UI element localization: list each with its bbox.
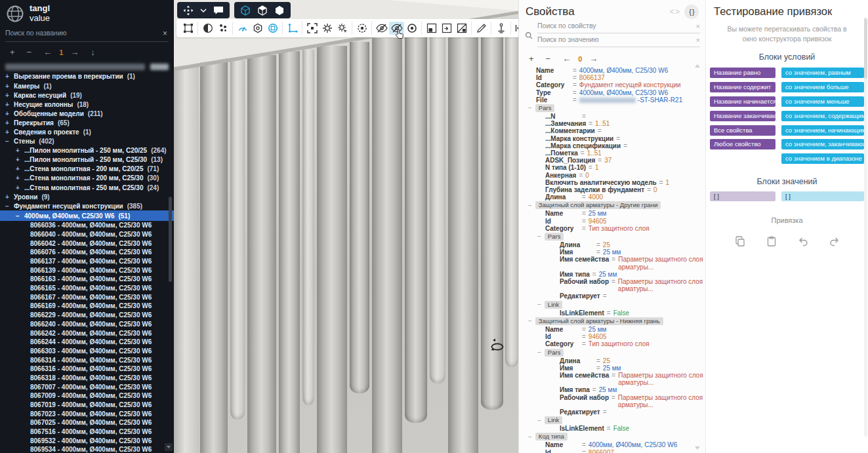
shaded-cube-icon[interactable]: [257, 5, 268, 16]
clear-tree-search-icon[interactable]: ×: [163, 29, 167, 38]
redo-icon[interactable]: [829, 236, 840, 246]
tree-item[interactable]: −4000мм, Ø400мм, C25/30 W6(51): [0, 210, 174, 221]
solid-cube-icon[interactable]: [274, 5, 285, 16]
tree-item[interactable]: +Вырезание проема в перекрытии(1): [0, 72, 174, 81]
property-group-header[interactable]: −Pars: [519, 104, 705, 112]
pile-cylinder[interactable]: [317, 46, 347, 453]
pile-cylinder[interactable]: [247, 55, 276, 453]
pile-cylinder[interactable]: [372, 38, 402, 453]
fit-view-icon[interactable]: [304, 22, 320, 35]
value-condition-block[interactable]: со значением, содержащим: [781, 111, 864, 121]
hex-nut-icon[interactable]: [250, 22, 265, 35]
hide-similar-icon[interactable]: [389, 22, 404, 35]
property-group-header[interactable]: −Link: [519, 416, 705, 424]
element-item[interactable]: 8066165 - 4000мм, Ø400мм, C25/30 W6: [0, 284, 174, 293]
collapse-icon[interactable]: −: [537, 301, 541, 308]
pile-cylinder[interactable]: [302, 50, 314, 405]
element-item[interactable]: 8066036 - 4000мм, Ø400мм, C25/30 W6: [0, 221, 174, 230]
collapse-icon[interactable]: −: [537, 417, 541, 424]
pile-cylinder[interactable]: [448, 28, 478, 453]
property-group-header[interactable]: −Pars: [519, 233, 705, 241]
expander-icon[interactable]: +: [16, 174, 24, 182]
collapse-icon[interactable]: −: [537, 233, 541, 240]
value-block-condition[interactable]: [ ]: [710, 191, 775, 201]
collapse-icon[interactable]: −: [528, 202, 532, 209]
tree-scroll-down-button[interactable]: [165, 443, 173, 451]
property-group-header[interactable]: −Pars: [519, 349, 705, 357]
property-group-header[interactable]: −Защитный слой арматуры - Нижняя грань: [519, 317, 705, 325]
pile-cylinder[interactable]: [279, 51, 300, 453]
element-item[interactable]: 8066244 - 4000мм, Ø400мм, C25/30 W6: [0, 338, 174, 347]
comment-tool-icon[interactable]: [213, 6, 224, 15]
condition-block[interactable]: Все свойства: [710, 125, 775, 136]
tree-item[interactable]: +Обобщенные модели(211): [0, 109, 174, 118]
condition-block[interactable]: Название начинается с: [710, 96, 775, 107]
expander-icon[interactable]: −: [5, 138, 14, 145]
paste-icon[interactable]: [766, 236, 777, 246]
copy-icon[interactable]: [735, 236, 745, 246]
element-item[interactable]: 8066318 - 4000мм, Ø400мм, C25/30 W6: [0, 374, 174, 383]
element-item[interactable]: 8067009 - 4000мм, Ø400мм, C25/30 W6: [0, 391, 174, 401]
plumb-pin-icon[interactable]: [493, 22, 508, 35]
condition-block[interactable]: Название равно: [710, 68, 775, 78]
element-item[interactable]: 8066040 - 4000мм, Ø400мм, C25/30 W6: [0, 230, 174, 239]
prev-button[interactable]: ←: [37, 47, 58, 57]
element-item[interactable]: 8066042 - 4000мм, Ø400мм, C25/30 W6: [0, 239, 174, 248]
curly-braces-icon[interactable]: { }: [684, 5, 699, 19]
tree-item[interactable]: −Фундамент несущей конструкции(385): [0, 201, 174, 210]
exclude-box-icon[interactable]: [454, 22, 469, 35]
collapse-all-button[interactable]: −: [21, 47, 38, 57]
expander-icon[interactable]: −: [5, 203, 14, 210]
points-cluster-icon[interactable]: [215, 22, 230, 35]
pile-cylinder[interactable]: [405, 34, 427, 423]
expander-icon[interactable]: +: [5, 128, 14, 136]
crop-frame-icon[interactable]: [180, 22, 196, 35]
element-item[interactable]: 8066169 - 4000мм, Ø400мм, C25/30 W6: [0, 302, 174, 311]
tree-item[interactable]: +...Стена монолитная - 250 мм, С25/30(24…: [0, 183, 174, 192]
pile-cylinder[interactable]: [350, 42, 369, 393]
wire-sphere-icon[interactable]: [265, 22, 280, 35]
focus-target-icon[interactable]: [354, 22, 369, 35]
tree-item[interactable]: +Каркас несущий(19): [0, 90, 174, 100]
hide-elements-icon[interactable]: [374, 22, 389, 35]
pile-cylinder[interactable]: [430, 31, 445, 384]
expander-icon[interactable]: +: [5, 83, 14, 90]
expander-icon[interactable]: +: [5, 92, 14, 99]
undo-icon[interactable]: [798, 236, 808, 246]
clear-property-search-icon[interactable]: ×: [696, 22, 700, 30]
prev-match-button[interactable]: ←: [556, 54, 577, 64]
expander-icon[interactable]: +: [5, 101, 14, 108]
element-item[interactable]: 8067019 - 4000мм, Ø400мм, C25/30 W6: [0, 401, 174, 410]
panel-scrollbar-track[interactable]: [864, 17, 867, 437]
isolate-box-icon[interactable]: [424, 22, 439, 35]
condition-block[interactable]: Название содержит: [710, 82, 775, 92]
property-search-input[interactable]: Поиск по свойству ×: [537, 22, 700, 33]
condition-block[interactable]: Название заканчивается: [710, 111, 775, 121]
scroll-down-arrow[interactable]: [695, 446, 700, 450]
expander-icon[interactable]: +: [5, 193, 14, 201]
tree-item[interactable]: +Перекрытия(65): [0, 118, 174, 127]
expander-icon[interactable]: +: [16, 184, 24, 191]
next-button[interactable]: →: [64, 47, 85, 57]
element-item[interactable]: 8069534 - 4000мм, Ø400мм, C25/30 W6: [0, 445, 174, 453]
gear-select-a-icon[interactable]: [320, 22, 335, 35]
tree-search-input[interactable]: Поиск по названию ×: [5, 29, 169, 42]
pile-cylinder[interactable]: [230, 60, 245, 420]
measure-pencil-icon[interactable]: [474, 22, 489, 35]
expand-all-button[interactable]: +: [4, 47, 21, 57]
property-group-header[interactable]: −Код типа: [519, 433, 705, 441]
expander-icon[interactable]: +: [5, 73, 14, 80]
collapse-icon[interactable]: −: [528, 104, 532, 111]
collapse-icon[interactable]: −: [537, 349, 541, 356]
width-range-icon[interactable]: [513, 22, 518, 35]
gauge-icon[interactable]: [235, 22, 250, 35]
value-condition-block[interactable]: со значением, заканчивающимся на: [781, 139, 864, 149]
expander-icon[interactable]: +: [5, 119, 14, 127]
next-match-button[interactable]: →: [583, 54, 604, 64]
shaded-sphere-icon[interactable]: [200, 22, 215, 35]
chevron-down-icon[interactable]: [200, 8, 207, 13]
pile-cylinder[interactable]: [200, 56, 228, 453]
element-item[interactable]: 8066314 - 4000мм, Ø400мм, C25/30 W6: [0, 356, 174, 365]
tree-item[interactable]: +Сведения о проекте(1): [0, 127, 174, 136]
expander-icon[interactable]: +: [16, 147, 24, 154]
